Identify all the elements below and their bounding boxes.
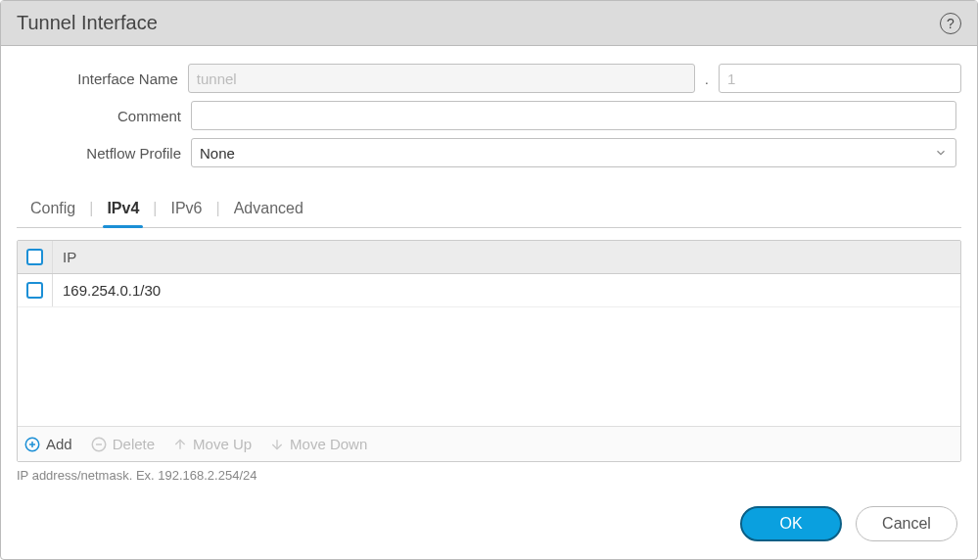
row-checkbox[interactable] <box>26 282 43 299</box>
moveup-label: Move Up <box>193 436 252 452</box>
netflow-select[interactable]: None <box>191 138 956 167</box>
tab-advanced[interactable]: Advanced <box>220 200 317 227</box>
tab-ipv4[interactable]: IPv4 <box>93 200 153 227</box>
form-block: Interface Name . Comment Netflow Profile… <box>17 46 961 175</box>
cancel-button[interactable]: Cancel <box>856 506 957 541</box>
row-ip-value: 169.254.0.1/30 <box>53 282 170 299</box>
chevron-down-icon <box>934 146 948 160</box>
table-toolbar: Add Delete Move Up <box>18 426 960 461</box>
add-label: Add <box>46 436 72 452</box>
select-all-checkbox[interactable] <box>26 249 43 265</box>
tab-ipv6[interactable]: IPv6 <box>157 200 215 227</box>
tunnel-interface-dialog: Tunnel Interface ? Interface Name . Comm… <box>0 0 978 560</box>
table-header-row: IP <box>18 241 960 274</box>
plus-circle-icon <box>23 436 41 453</box>
dialog-title: Tunnel Interface <box>17 12 940 34</box>
label-interface-name: Interface Name <box>17 70 188 87</box>
svg-point-3 <box>92 438 106 451</box>
minus-circle-icon <box>90 436 108 453</box>
row-interface-name: Interface Name . <box>17 64 961 93</box>
hint-text: IP address/netmask. Ex. 192.168.2.254/24 <box>17 468 961 483</box>
ip-table: IP 169.254.0.1/30 Add <box>17 240 961 462</box>
delete-button[interactable]: Delete <box>90 436 155 453</box>
interface-suffix-input[interactable] <box>719 64 961 93</box>
tab-config[interactable]: Config <box>17 200 89 227</box>
move-up-button[interactable]: Move Up <box>172 436 252 452</box>
column-header-ip: IP <box>53 249 86 265</box>
arrow-up-icon <box>172 437 188 452</box>
row-netflow: Netflow Profile None <box>17 138 961 167</box>
comment-input[interactable] <box>191 101 956 130</box>
netflow-value: None <box>200 145 934 162</box>
tabs: Config | IPv4 | IPv6 | Advanced <box>17 189 961 228</box>
row-comment: Comment <box>17 101 961 130</box>
dot-separator: . <box>703 70 711 87</box>
ok-button[interactable]: OK <box>740 506 842 541</box>
movedown-label: Move Down <box>290 436 367 452</box>
move-down-button[interactable]: Move Down <box>269 436 367 452</box>
table-row[interactable]: 169.254.0.1/30 <box>18 274 960 307</box>
interface-name-input[interactable] <box>188 64 695 93</box>
dialog-titlebar: Tunnel Interface ? <box>1 1 977 46</box>
dialog-footer: OK Cancel <box>1 492 977 559</box>
dialog-content: Interface Name . Comment Netflow Profile… <box>1 46 977 492</box>
arrow-down-icon <box>269 437 285 452</box>
help-icon[interactable]: ? <box>940 13 961 34</box>
table-body: 169.254.0.1/30 <box>18 274 960 426</box>
label-comment: Comment <box>17 108 191 124</box>
delete-label: Delete <box>113 436 155 452</box>
label-netflow: Netflow Profile <box>17 145 191 162</box>
add-button[interactable]: Add <box>23 436 72 453</box>
